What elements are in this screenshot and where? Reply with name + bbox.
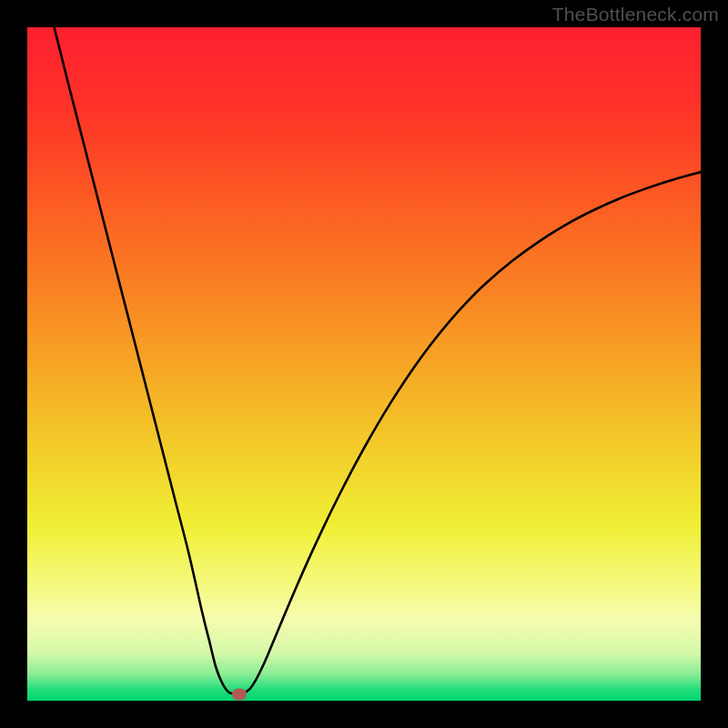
min-marker-dot (232, 688, 247, 700)
plot-svg (27, 27, 701, 701)
watermark-text: TheBottleneck.com (552, 4, 719, 25)
plot-area (27, 27, 701, 701)
gradient-background (27, 27, 701, 701)
chart-frame: TheBottleneck.com (0, 0, 728, 728)
